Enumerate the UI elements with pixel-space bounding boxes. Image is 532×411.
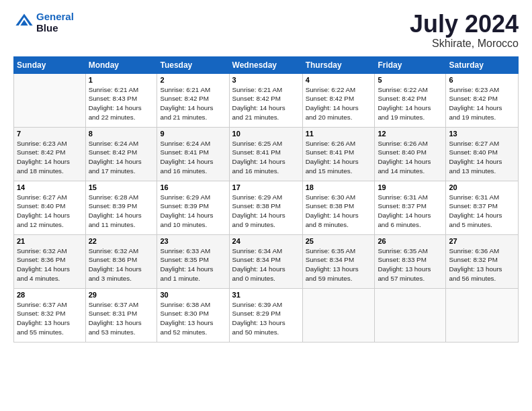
column-header-sunday: Sunday xyxy=(14,56,86,73)
day-info: Sunrise: 6:26 AM Sunset: 8:41 PM Dayligh… xyxy=(306,139,372,176)
column-header-friday: Friday xyxy=(375,56,446,73)
day-info: Sunrise: 6:31 AM Sunset: 8:37 PM Dayligh… xyxy=(378,193,443,230)
day-number: 23 xyxy=(160,237,226,245)
day-info: Sunrise: 6:24 AM Sunset: 8:41 PM Dayligh… xyxy=(160,139,226,176)
logo: General Blue xyxy=(13,11,74,34)
day-info: Sunrise: 6:28 AM Sunset: 8:39 PM Dayligh… xyxy=(89,193,154,230)
day-info: Sunrise: 6:32 AM Sunset: 8:36 PM Dayligh… xyxy=(17,246,83,283)
header: General Blue July 2024 Skhirate, Morocco xyxy=(13,11,519,50)
column-header-thursday: Thursday xyxy=(302,56,375,73)
day-number: 11 xyxy=(306,130,372,138)
day-info: Sunrise: 6:36 AM Sunset: 8:32 PM Dayligh… xyxy=(449,246,515,283)
day-number: 25 xyxy=(306,237,372,245)
day-number: 22 xyxy=(89,237,154,245)
calendar-cell: 17Sunrise: 6:29 AM Sunset: 8:38 PM Dayli… xyxy=(229,181,302,234)
day-info: Sunrise: 6:35 AM Sunset: 8:33 PM Dayligh… xyxy=(378,246,443,283)
calendar-cell: 14Sunrise: 6:27 AM Sunset: 8:40 PM Dayli… xyxy=(14,181,86,234)
day-number: 4 xyxy=(306,76,372,84)
calendar-week-row: 14Sunrise: 6:27 AM Sunset: 8:40 PM Dayli… xyxy=(14,181,519,234)
calendar-cell: 11Sunrise: 6:26 AM Sunset: 8:41 PM Dayli… xyxy=(302,127,375,181)
calendar-cell: 27Sunrise: 6:36 AM Sunset: 8:32 PM Dayli… xyxy=(446,234,519,288)
calendar-cell: 29Sunrise: 6:37 AM Sunset: 8:31 PM Dayli… xyxy=(85,288,157,342)
day-info: Sunrise: 6:21 AM Sunset: 8:42 PM Dayligh… xyxy=(160,85,226,122)
day-number: 8 xyxy=(89,130,154,138)
day-info: Sunrise: 6:29 AM Sunset: 8:39 PM Dayligh… xyxy=(160,193,226,230)
day-number: 13 xyxy=(449,130,515,138)
day-number: 2 xyxy=(160,76,226,84)
day-info: Sunrise: 6:31 AM Sunset: 8:37 PM Dayligh… xyxy=(449,193,515,230)
subtitle: Skhirate, Morocco xyxy=(410,38,519,50)
day-number: 29 xyxy=(89,291,154,299)
day-info: Sunrise: 6:37 AM Sunset: 8:31 PM Dayligh… xyxy=(89,300,154,337)
day-number: 26 xyxy=(378,237,443,245)
calendar-cell xyxy=(14,73,86,127)
calendar-cell xyxy=(302,288,375,342)
day-number: 20 xyxy=(449,183,515,191)
day-number: 18 xyxy=(306,183,372,191)
calendar-header-row: SundayMondayTuesdayWednesdayThursdayFrid… xyxy=(14,56,519,73)
day-info: Sunrise: 6:35 AM Sunset: 8:34 PM Dayligh… xyxy=(306,246,372,283)
calendar-cell: 16Sunrise: 6:29 AM Sunset: 8:39 PM Dayli… xyxy=(157,181,229,234)
calendar-cell xyxy=(446,288,519,342)
logo-icon xyxy=(15,11,34,30)
day-info: Sunrise: 6:33 AM Sunset: 8:35 PM Dayligh… xyxy=(160,246,226,283)
day-number: 21 xyxy=(17,237,83,245)
calendar-cell: 9Sunrise: 6:24 AM Sunset: 8:41 PM Daylig… xyxy=(157,127,229,181)
day-number: 19 xyxy=(378,183,443,191)
day-number: 31 xyxy=(232,291,300,299)
day-info: Sunrise: 6:22 AM Sunset: 8:42 PM Dayligh… xyxy=(378,85,443,122)
day-info: Sunrise: 6:21 AM Sunset: 8:43 PM Dayligh… xyxy=(89,85,154,122)
main-title: July 2024 xyxy=(410,11,519,38)
day-info: Sunrise: 6:38 AM Sunset: 8:30 PM Dayligh… xyxy=(160,300,226,337)
day-info: Sunrise: 6:32 AM Sunset: 8:36 PM Dayligh… xyxy=(89,246,154,283)
column-header-tuesday: Tuesday xyxy=(157,56,229,73)
page: General Blue July 2024 Skhirate, Morocco… xyxy=(0,0,532,411)
day-number: 24 xyxy=(232,237,300,245)
calendar-cell: 24Sunrise: 6:34 AM Sunset: 8:34 PM Dayli… xyxy=(229,234,302,288)
calendar-cell: 8Sunrise: 6:24 AM Sunset: 8:42 PM Daylig… xyxy=(85,127,157,181)
calendar-cell: 2Sunrise: 6:21 AM Sunset: 8:42 PM Daylig… xyxy=(157,73,229,127)
calendar-cell: 1Sunrise: 6:21 AM Sunset: 8:43 PM Daylig… xyxy=(85,73,157,127)
day-number: 30 xyxy=(160,291,226,299)
day-number: 6 xyxy=(449,76,515,84)
column-header-wednesday: Wednesday xyxy=(229,56,302,73)
day-info: Sunrise: 6:24 AM Sunset: 8:42 PM Dayligh… xyxy=(89,139,154,176)
calendar-cell: 6Sunrise: 6:23 AM Sunset: 8:42 PM Daylig… xyxy=(446,73,519,127)
calendar-table: SundayMondayTuesdayWednesdayThursdayFrid… xyxy=(13,56,519,342)
calendar-cell: 4Sunrise: 6:22 AM Sunset: 8:42 PM Daylig… xyxy=(302,73,375,127)
calendar-week-row: 21Sunrise: 6:32 AM Sunset: 8:36 PM Dayli… xyxy=(14,234,519,288)
day-number: 9 xyxy=(160,130,226,138)
column-header-saturday: Saturday xyxy=(446,56,519,73)
day-info: Sunrise: 6:37 AM Sunset: 8:32 PM Dayligh… xyxy=(17,300,83,337)
calendar-cell: 26Sunrise: 6:35 AM Sunset: 8:33 PM Dayli… xyxy=(375,234,446,288)
day-number: 28 xyxy=(17,291,83,299)
day-number: 27 xyxy=(449,237,515,245)
day-info: Sunrise: 6:26 AM Sunset: 8:40 PM Dayligh… xyxy=(378,139,443,176)
calendar-cell: 5Sunrise: 6:22 AM Sunset: 8:42 PM Daylig… xyxy=(375,73,446,127)
day-info: Sunrise: 6:30 AM Sunset: 8:38 PM Dayligh… xyxy=(306,193,372,230)
day-number: 1 xyxy=(89,76,154,84)
day-number: 15 xyxy=(89,183,154,191)
calendar-cell: 3Sunrise: 6:21 AM Sunset: 8:42 PM Daylig… xyxy=(229,73,302,127)
calendar-week-row: 1Sunrise: 6:21 AM Sunset: 8:43 PM Daylig… xyxy=(14,73,519,127)
day-info: Sunrise: 6:23 AM Sunset: 8:42 PM Dayligh… xyxy=(449,85,515,122)
day-info: Sunrise: 6:25 AM Sunset: 8:41 PM Dayligh… xyxy=(232,139,300,176)
calendar-week-row: 7Sunrise: 6:23 AM Sunset: 8:42 PM Daylig… xyxy=(14,127,519,181)
calendar-cell: 7Sunrise: 6:23 AM Sunset: 8:42 PM Daylig… xyxy=(14,127,86,181)
calendar-cell: 31Sunrise: 6:39 AM Sunset: 8:29 PM Dayli… xyxy=(229,288,302,342)
calendar-cell: 21Sunrise: 6:32 AM Sunset: 8:36 PM Dayli… xyxy=(14,234,86,288)
day-info: Sunrise: 6:29 AM Sunset: 8:38 PM Dayligh… xyxy=(232,193,300,230)
calendar-cell: 19Sunrise: 6:31 AM Sunset: 8:37 PM Dayli… xyxy=(375,181,446,234)
day-number: 17 xyxy=(232,183,300,191)
column-header-monday: Monday xyxy=(85,56,157,73)
day-number: 5 xyxy=(378,76,443,84)
day-number: 7 xyxy=(17,130,83,138)
day-info: Sunrise: 6:23 AM Sunset: 8:42 PM Dayligh… xyxy=(17,139,83,176)
day-info: Sunrise: 6:34 AM Sunset: 8:34 PM Dayligh… xyxy=(232,246,300,283)
calendar-cell: 15Sunrise: 6:28 AM Sunset: 8:39 PM Dayli… xyxy=(85,181,157,234)
title-block: July 2024 Skhirate, Morocco xyxy=(410,11,519,50)
day-info: Sunrise: 6:27 AM Sunset: 8:40 PM Dayligh… xyxy=(449,139,515,176)
day-number: 14 xyxy=(17,183,83,191)
day-info: Sunrise: 6:21 AM Sunset: 8:42 PM Dayligh… xyxy=(232,85,300,122)
logo-text: General Blue xyxy=(36,11,74,34)
